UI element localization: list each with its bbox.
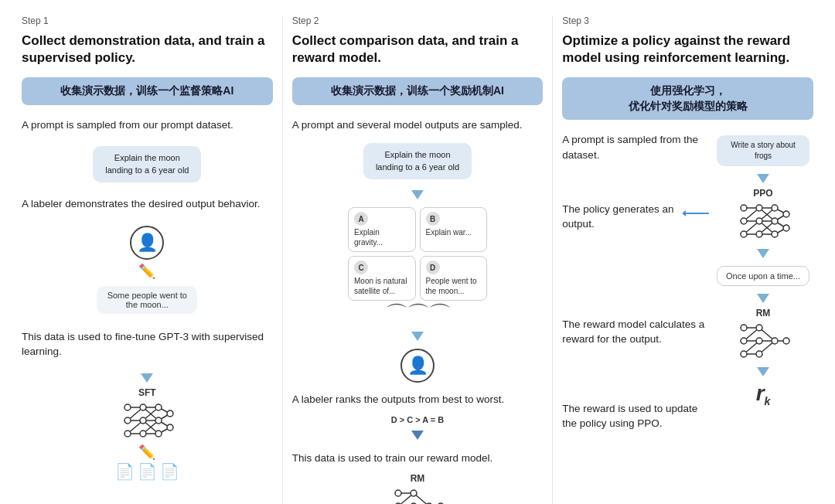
sft-label: SFT bbox=[138, 387, 156, 398]
labeler-person-icon: 👤 bbox=[130, 226, 164, 260]
rank-text1: D > C > A = B bbox=[391, 415, 445, 424]
svg-point-22 bbox=[155, 404, 162, 410]
labeler-output-card: Some people went to the moon... bbox=[97, 286, 197, 314]
svg-point-67 bbox=[772, 218, 778, 224]
arrow-down-7 bbox=[757, 294, 769, 303]
step2-label: Step 2 bbox=[292, 15, 544, 26]
svg-point-19 bbox=[140, 404, 146, 410]
option-c-text: Moon is natural satellite of... bbox=[354, 276, 410, 296]
svg-point-68 bbox=[772, 231, 778, 237]
step1-column: Step 1 Collect demonstration data, and t… bbox=[12, 15, 283, 504]
svg-point-25 bbox=[167, 410, 173, 417]
arrow-down-4 bbox=[411, 431, 424, 440]
step3-label: Step 3 bbox=[562, 15, 813, 26]
step2-banner: 收集演示数据，训练一个奖励机制AI bbox=[292, 77, 544, 105]
step3-prompt-card: Write a story about frogs bbox=[717, 135, 809, 166]
step2-desc1: A prompt and several model outputs are s… bbox=[292, 117, 544, 133]
svg-marker-72 bbox=[682, 210, 686, 216]
option-d-text: People went to the moon... bbox=[426, 276, 482, 296]
svg-point-66 bbox=[772, 205, 778, 211]
arrow-down-5 bbox=[757, 174, 769, 183]
step1-prompt-text: Explain the moon landing to a 6 year old bbox=[104, 152, 190, 176]
doc-icon2: 📄 bbox=[138, 462, 157, 481]
svg-point-85 bbox=[756, 325, 762, 331]
svg-point-21 bbox=[140, 431, 146, 437]
step2-title: Collect comparison data, and train a rew… bbox=[292, 32, 544, 66]
svg-point-69 bbox=[783, 211, 789, 217]
step3-prompt-text: Write a story about frogs bbox=[724, 140, 802, 162]
step1-desc3: This data is used to fine-tune GPT-3 wit… bbox=[22, 329, 273, 359]
rm-label1: RM bbox=[411, 473, 425, 484]
step1-banner: 收集演示数据，训练一个监督策略AI bbox=[22, 77, 273, 105]
step1-flow2: A labeler demonstrates the desired outpu… bbox=[22, 196, 273, 215]
svg-point-36 bbox=[395, 490, 401, 496]
step2-desc2: A labeler ranks the outputs from best to… bbox=[292, 392, 544, 407]
docs-row: 📄 📄 📄 bbox=[115, 462, 179, 481]
option-b-text: Explain war... bbox=[426, 227, 482, 237]
step3-layout: A prompt is sampled from the dataset. Th… bbox=[562, 132, 813, 434]
step2-column: Step 2 Collect comparison data, and trai… bbox=[283, 15, 554, 504]
option-b: B Explain war... bbox=[420, 207, 488, 252]
sft-nn-box: SFT bbox=[120, 387, 174, 442]
step2-prompt-text: Explain the moon landing to a 6 year old bbox=[373, 149, 462, 173]
option-a: A Explain gravity... bbox=[348, 207, 416, 252]
rk-display: r k bbox=[756, 381, 771, 406]
option-c-letter: C bbox=[354, 261, 368, 274]
option-d: D People went to the moon... bbox=[420, 256, 488, 301]
step1-flow1: A prompt is sampled from our prompt data… bbox=[22, 117, 273, 136]
option-a-text: Explain gravity... bbox=[354, 227, 410, 247]
step3-right: Write a story about frogs PPO bbox=[713, 132, 813, 406]
svg-point-39 bbox=[411, 490, 417, 496]
option-c: C Moon is natural satellite of... bbox=[348, 256, 416, 301]
svg-point-83 bbox=[741, 338, 747, 344]
arrow-down-1 bbox=[141, 373, 153, 383]
step3-desc1: A prompt is sampled from the dataset. bbox=[562, 132, 705, 162]
doc-icon1: 📄 bbox=[115, 462, 135, 481]
rm-label2: RM bbox=[756, 308, 771, 318]
step1-desc2: A labeler demonstrates the desired outpu… bbox=[22, 196, 273, 212]
output-card: Once upon a time... bbox=[717, 266, 809, 286]
svg-point-60 bbox=[741, 205, 747, 211]
step3-column: Step 3 Optimize a policy against the rew… bbox=[553, 15, 823, 504]
step3-desc3: The reward model calculates a reward for… bbox=[562, 317, 705, 347]
step3-desc4: The reward is used to update the policy … bbox=[562, 401, 705, 431]
options-grid: A Explain gravity... B Explain war... C … bbox=[348, 207, 487, 301]
step3-title: Optimize a policy against the reward mod… bbox=[562, 32, 813, 66]
svg-point-63 bbox=[756, 205, 762, 211]
arrow-down-3 bbox=[411, 332, 424, 341]
svg-point-62 bbox=[741, 231, 747, 237]
svg-point-65 bbox=[756, 231, 762, 237]
rk-k: k bbox=[765, 395, 771, 407]
sft-nn-svg bbox=[120, 400, 174, 442]
svg-point-82 bbox=[741, 325, 747, 331]
svg-point-86 bbox=[756, 338, 762, 344]
curly-brace: ⌒⌒⌒ bbox=[385, 305, 450, 324]
option-a-letter: A bbox=[354, 212, 368, 226]
svg-point-89 bbox=[783, 338, 789, 344]
arrow-down-8 bbox=[757, 367, 769, 376]
ppo-label: PPO bbox=[753, 188, 772, 199]
step3-banner: 使用强化学习， 优化针对奖励模型的策略 bbox=[562, 77, 813, 120]
rm-nn-svg2 bbox=[736, 320, 790, 363]
svg-point-84 bbox=[741, 351, 747, 357]
step1-label: Step 1 bbox=[22, 15, 273, 26]
svg-point-23 bbox=[155, 417, 162, 424]
svg-point-24 bbox=[155, 431, 162, 437]
labeler-person2: 👤 bbox=[400, 349, 435, 383]
svg-point-61 bbox=[741, 218, 747, 224]
arrow-down-2 bbox=[411, 190, 424, 199]
svg-point-20 bbox=[140, 417, 146, 424]
svg-point-64 bbox=[756, 218, 762, 224]
option-d-letter: D bbox=[426, 261, 440, 274]
step2-prompt-card: Explain the moon landing to a 6 year old bbox=[363, 143, 472, 179]
feedback-arrow-svg bbox=[682, 206, 713, 221]
step3-left: A prompt is sampled from the dataset. Th… bbox=[562, 132, 705, 434]
svg-point-17 bbox=[124, 417, 131, 424]
labeler-output-text: Some people went to the moon... bbox=[104, 291, 189, 309]
step1-prompt-card: Explain the moon landing to a 6 year old bbox=[93, 146, 201, 182]
output-text: Once upon a time... bbox=[726, 271, 800, 281]
option-b-letter: B bbox=[426, 212, 440, 226]
svg-point-88 bbox=[772, 338, 778, 344]
ppo-nn-svg bbox=[736, 200, 790, 243]
svg-point-16 bbox=[124, 404, 131, 410]
